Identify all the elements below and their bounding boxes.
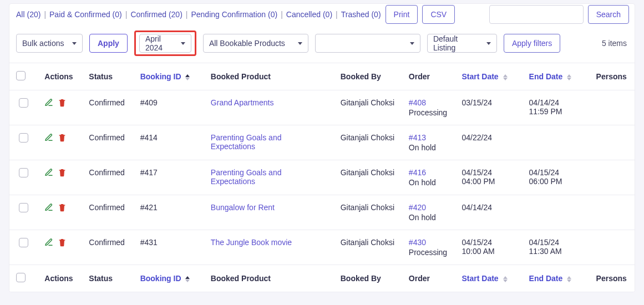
cell-start-date: 03/15/24 (455, 90, 523, 125)
trash-icon[interactable] (58, 168, 67, 177)
chevron-down-icon (72, 42, 77, 45)
edit-icon[interactable] (44, 168, 53, 177)
sort-icon (567, 276, 571, 282)
col-booking-id-label: Booking ID (140, 72, 181, 81)
product-link[interactable]: Parenting Goals and Expectations (211, 133, 282, 151)
cell-booked-by: Gitanjali Choksi (334, 160, 402, 195)
cell-end-date: 04/14/2411:59 PM (523, 90, 590, 125)
listing-select[interactable]: Default Listing (427, 34, 497, 53)
filter-all-label: All (16, 10, 25, 19)
trash-icon[interactable] (58, 238, 67, 247)
order-link[interactable]: #416 (409, 168, 449, 177)
filter-sep: | (186, 10, 188, 19)
col-end-date-footer[interactable]: End Date (523, 265, 590, 292)
product-select-label: All Bookable Products (209, 39, 285, 48)
filter-trashed-count: 0 (374, 10, 378, 19)
filter-all-count: 20 (29, 10, 38, 19)
col-start-date-label: Start Date (462, 72, 499, 81)
search-input[interactable] (489, 5, 584, 24)
cell-start-date: 04/15/2410:00 AM (455, 230, 523, 265)
filter-sep: | (336, 10, 338, 19)
cell-status: Confirmed (82, 195, 133, 230)
edit-icon[interactable] (44, 133, 53, 142)
filter-paid-confirmed[interactable]: Paid & Confirmed (0) (49, 10, 122, 19)
cell-start-date: 04/15/2404:00 PM (455, 160, 523, 195)
col-booked-product-footer: Booked Product (204, 265, 334, 292)
filter-cancelled[interactable]: Cancelled (0) (286, 10, 332, 19)
trash-icon[interactable] (58, 133, 67, 142)
month-select-label: April 2024 (145, 34, 175, 52)
bulk-actions-label: Bulk actions (22, 39, 64, 48)
edit-icon[interactable] (44, 203, 53, 212)
col-persons: Persons (590, 63, 635, 90)
cell-booking-id: #414 (134, 125, 204, 160)
edit-icon[interactable] (44, 98, 53, 107)
table-row: Confirmed#431The Jungle Book movieGitanj… (9, 230, 635, 265)
apply-filters-button[interactable]: Apply filters (504, 34, 560, 53)
col-check (9, 63, 38, 90)
sort-icon (185, 74, 190, 80)
cell-status: Confirmed (82, 125, 133, 160)
filter-pending[interactable]: Pending Confirmation (0) (191, 10, 277, 19)
trash-icon[interactable] (58, 98, 67, 107)
product-link[interactable]: Grand Apartments (211, 98, 274, 107)
select-all-checkbox-footer[interactable] (16, 273, 26, 282)
cell-start-date: 04/14/24 (455, 195, 523, 230)
row-checkbox[interactable] (19, 238, 28, 247)
trash-icon[interactable] (58, 203, 67, 212)
filter-trashed[interactable]: Trashed (0) (341, 10, 381, 19)
product-link[interactable]: The Jungle Book movie (211, 238, 292, 247)
product-link[interactable]: Bungalow for Rent (211, 203, 275, 212)
bookings-table: Actions Status Booking ID Booked Product… (9, 63, 635, 292)
col-start-date-footer[interactable]: Start Date (455, 265, 523, 292)
apply-button[interactable]: Apply (89, 34, 128, 53)
order-link[interactable]: #408 (409, 98, 449, 107)
row-checkbox[interactable] (19, 133, 28, 143)
order-status: On hold (409, 213, 449, 222)
row-checkbox[interactable] (19, 168, 28, 177)
filter-sep: | (125, 10, 128, 19)
order-link[interactable]: #413 (409, 133, 449, 142)
filter-confirmed[interactable]: Confirmed (20) (130, 10, 182, 19)
month-select[interactable]: April 2024 (139, 34, 191, 53)
csv-button[interactable]: CSV (422, 5, 455, 24)
cell-end-date (523, 195, 590, 230)
col-booking-id-label-footer: Booking ID (140, 274, 181, 283)
chevron-down-icon (181, 42, 185, 45)
cell-start-date: 04/22/24 (455, 125, 523, 160)
chevron-down-icon (298, 42, 302, 45)
order-status: Processing (409, 108, 449, 117)
col-status-footer: Status (82, 265, 133, 292)
cell-persons (590, 125, 635, 160)
select-all-checkbox[interactable] (16, 71, 26, 80)
cell-status: Confirmed (82, 160, 133, 195)
row-checkbox[interactable] (19, 203, 28, 212)
print-button[interactable]: Print (386, 5, 418, 24)
sort-icon (567, 74, 571, 80)
col-persons-footer: Persons (590, 265, 635, 292)
row-checkbox[interactable] (19, 98, 28, 108)
extra-select[interactable] (315, 34, 420, 53)
cell-booked-by: Gitanjali Choksi (334, 125, 402, 160)
filter-sep: | (281, 10, 283, 19)
bulk-actions-select[interactable]: Bulk actions (16, 34, 83, 53)
edit-icon[interactable] (44, 238, 53, 247)
product-link[interactable]: Parenting Goals and Expectations (211, 168, 282, 186)
search-button[interactable]: Search (588, 5, 629, 24)
cell-status: Confirmed (82, 90, 133, 125)
product-select[interactable]: All Bookable Products (203, 34, 308, 53)
col-end-date[interactable]: End Date (523, 63, 590, 90)
filter-all[interactable]: All (20) (16, 10, 40, 19)
filter-trashed-label: Trashed (341, 10, 369, 19)
col-booking-id[interactable]: Booking ID (134, 63, 204, 90)
item-count: 5 items (602, 39, 629, 48)
cell-booked-by: Gitanjali Choksi (334, 90, 402, 125)
col-start-date[interactable]: Start Date (455, 63, 523, 90)
status-filter-links: All (20) | Paid & Confirmed (0) | Confir… (16, 10, 381, 19)
filter-confirmed-label: Confirmed (130, 10, 166, 19)
order-link[interactable]: #420 (409, 203, 449, 212)
highlight-month-select: April 2024 (134, 30, 196, 56)
col-booking-id-footer[interactable]: Booking ID (134, 265, 204, 292)
col-actions-footer: Actions (38, 265, 82, 292)
order-link[interactable]: #430 (409, 238, 449, 247)
